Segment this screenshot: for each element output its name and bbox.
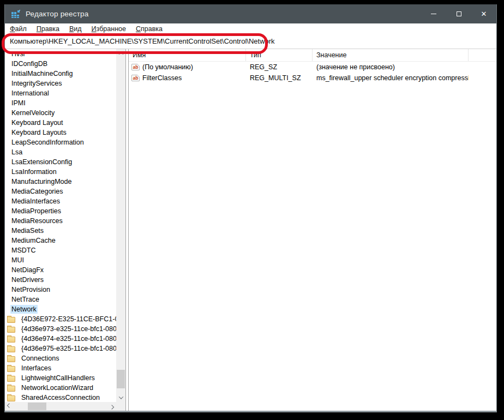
tree-item[interactable]: MediaInterfaces <box>5 196 116 206</box>
tree-item[interactable]: MediaResources <box>5 216 116 226</box>
tree-item[interactable]: Keyboard Layouts <box>5 128 116 137</box>
tree-item-label: ManufacturingMode <box>10 177 73 186</box>
tree-item[interactable]: MUI <box>5 255 116 265</box>
tree-item[interactable]: LsaInformation <box>5 167 116 177</box>
chevron-left-icon <box>7 403 11 407</box>
tree-item[interactable]: KernelVelocity <box>5 108 116 118</box>
folder-icon <box>7 346 15 352</box>
tree-item-label: NetDiagFx <box>10 266 45 274</box>
menu-help[interactable]: Справка <box>131 25 167 33</box>
scroll-right-button[interactable] <box>107 402 116 411</box>
tree-item-label: Interfaces <box>20 364 52 373</box>
tree-item[interactable]: ManufacturingMode <box>5 177 116 187</box>
tree-horizontal-scrollbar[interactable] <box>5 402 116 411</box>
close-icon: ✕ <box>481 10 487 17</box>
tree-item[interactable]: MediaProperties <box>5 206 116 216</box>
tree-item[interactable]: International <box>5 88 116 98</box>
tree-item[interactable]: MediumCache <box>5 236 116 245</box>
registry-tree-panel: HvsiIDConfigDBInitialMachineConfigIntegr… <box>5 49 126 411</box>
menu-favorites[interactable]: Избранное <box>87 25 131 33</box>
tree-item[interactable]: LsaExtensionConfig <box>5 157 116 167</box>
tree-item[interactable]: LeapSecondInformation <box>5 137 116 147</box>
scroll-down-button[interactable] <box>116 393 125 402</box>
window-controls: ✕ <box>421 4 496 23</box>
value-name-cell: abFilterClasses <box>129 73 246 83</box>
tree-item-label: Lsa <box>10 148 23 157</box>
maximize-icon <box>457 11 461 16</box>
column-header-filler <box>469 49 496 61</box>
tree-item[interactable]: Connections <box>5 353 116 363</box>
tree-item-label: MUI <box>10 256 25 265</box>
folder-icon <box>7 327 15 333</box>
close-button[interactable]: ✕ <box>471 4 496 23</box>
maximize-button[interactable] <box>446 4 471 23</box>
value-data: (значение не присвоено) <box>313 62 469 73</box>
folder-icon <box>7 386 15 392</box>
menu-file[interactable]: Файл <box>5 25 32 33</box>
tree-item-label: MediaSets <box>10 226 45 235</box>
tree-item-label: NetworkLocationWizard <box>20 383 94 392</box>
minimize-icon <box>431 14 436 14</box>
value-row[interactable]: ab(По умолчанию)REG_SZ(значение не присв… <box>129 62 496 73</box>
address-input[interactable] <box>5 34 496 49</box>
tree-item[interactable]: IntegrityServices <box>5 79 116 88</box>
tree-item-label: MSDTC <box>10 246 37 255</box>
value-row[interactable]: abFilterClassesREG_MULTI_SZms_firewall_u… <box>129 73 496 83</box>
tree-item[interactable]: Lsa <box>5 147 116 157</box>
minimize-button[interactable] <box>421 4 446 23</box>
tree-item-label: NetTrace <box>10 295 40 304</box>
tree-item[interactable]: {4d36e975-e325-11ce-bfc1-08002b <box>5 344 116 353</box>
tree-item[interactable]: {4d36e974-e325-11ce-bfc1-08002b <box>5 334 116 344</box>
column-header-name[interactable]: Имя <box>129 49 246 61</box>
scrollbar-corner <box>116 402 125 411</box>
tree-item[interactable]: Keyboard Layout <box>5 118 116 128</box>
tree-item-label: IPMI <box>10 99 27 107</box>
tree-item[interactable]: MediaCategories <box>5 187 116 196</box>
tree-item[interactable]: NetDiagFx <box>5 265 116 275</box>
tree-item[interactable]: NetTrace <box>5 295 116 304</box>
tree-item[interactable]: MSDTC <box>5 245 116 255</box>
value-name-cell: ab(По умолчанию) <box>129 62 246 73</box>
tree-item[interactable]: SharedAccessConnection <box>5 393 116 402</box>
tree-item[interactable]: {4D36E972-E325-11CE-BFC1-0800 <box>5 314 116 324</box>
column-header-value[interactable]: Значение <box>313 49 469 61</box>
tree-item[interactable]: NetworkLocationWizard <box>5 383 116 393</box>
menu-edit[interactable]: Правка <box>32 25 64 33</box>
tree-item-label: Connections <box>20 354 61 363</box>
tree-item-label: IntegrityServices <box>10 79 63 88</box>
tree-item[interactable]: NetProvision <box>5 285 116 295</box>
tree-vertical-scrollbar[interactable] <box>116 49 125 402</box>
tree-item-label: InitialMachineConfig <box>10 69 74 78</box>
list-rows: ab(По умолчанию)REG_SZ(значение не присв… <box>129 62 496 83</box>
tree-items: HvsiIDConfigDBInitialMachineConfigIntegr… <box>5 49 116 402</box>
vertical-scroll-thumb[interactable] <box>117 370 125 388</box>
tree-item-label: {4D36E972-E325-11CE-BFC1-0800 <box>20 315 116 323</box>
tree-item[interactable]: IDConfigDB <box>5 59 116 69</box>
tree-item-label: MediaCategories <box>10 187 64 196</box>
tree-item[interactable]: Network <box>5 304 116 314</box>
tree-item-label-selected: Network <box>10 305 38 314</box>
tree-item-label: MediumCache <box>10 236 57 245</box>
folder-icon <box>7 376 15 382</box>
tree-item[interactable]: {4d36e973-e325-11ce-bfc1-08002b <box>5 324 116 334</box>
tree-item[interactable]: InitialMachineConfig <box>5 69 116 79</box>
chevron-down-icon <box>118 394 123 399</box>
menu-view[interactable]: Вид <box>64 25 87 33</box>
tree-item-label: KernelVelocity <box>10 109 56 117</box>
tree-item[interactable]: Interfaces <box>5 363 116 373</box>
tree-item[interactable]: NetDrivers <box>5 275 116 285</box>
tree-item-label: LsaExtensionConfig <box>10 158 73 166</box>
scroll-up-button[interactable] <box>116 49 125 58</box>
horizontal-scroll-thumb[interactable] <box>28 403 46 410</box>
tree-item-label: Hvsi <box>10 50 26 58</box>
folder-icon <box>7 356 15 362</box>
folder-icon <box>7 395 15 401</box>
tree-item-label: IDConfigDB <box>10 59 49 68</box>
tree-item[interactable]: IPMI <box>5 98 116 108</box>
tree-item[interactable]: Hvsi <box>5 49 116 59</box>
column-header-type[interactable]: Тип <box>246 49 313 61</box>
tree-item[interactable]: MediaSets <box>5 226 116 236</box>
scroll-left-button[interactable] <box>5 402 14 411</box>
value-type: REG_SZ <box>246 62 313 73</box>
tree-item[interactable]: LightweightCallHandlers <box>5 373 116 383</box>
